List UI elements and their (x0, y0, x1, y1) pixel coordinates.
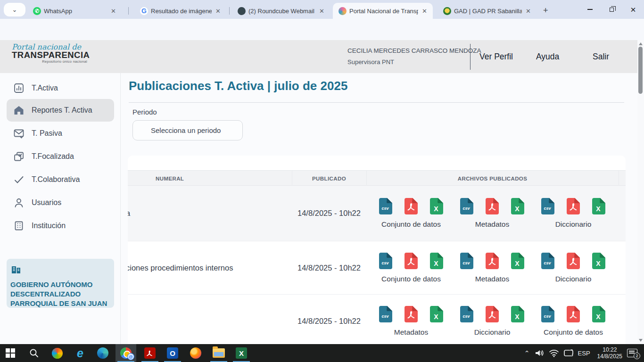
period-label: Periodo (132, 108, 157, 116)
tab-roundcube[interactable]: (2) Roundcube Webmail :: En ✕ (232, 3, 330, 19)
pdf-file-icon[interactable] (567, 198, 580, 214)
publications-table-card: NUMERAL PUBLICADO ARCHIVOS PUBLICADOS a … (128, 156, 626, 344)
sidebar-item-label: Institución (32, 222, 66, 230)
files-cell: Conjunto de datos Metadatos (366, 241, 619, 294)
tab-close-icon[interactable]: ✕ (215, 8, 222, 15)
scroll-up-icon[interactable] (639, 42, 643, 45)
acrobat-icon (144, 347, 156, 359)
sidebar-item-institucion[interactable]: Institución (7, 214, 114, 237)
tab-close-icon[interactable]: ✕ (318, 8, 325, 15)
csv-file-icon[interactable] (541, 198, 554, 214)
taskbar-internet-explorer-button[interactable]: e (70, 344, 91, 362)
pdf-file-icon[interactable] (486, 253, 499, 269)
new-tab-button[interactable]: + (543, 6, 548, 16)
close-button[interactable]: ✕ (622, 0, 644, 19)
taskbar-file-explorer-button[interactable] (208, 344, 229, 362)
sidebar-item-t-activa[interactable]: T.Activa (7, 77, 114, 99)
check-icon (13, 174, 25, 185)
xls-file-icon[interactable] (511, 306, 524, 322)
csv-file-icon[interactable] (460, 253, 473, 269)
taskbar-acrobat-button[interactable] (140, 344, 160, 362)
sidebar-nav: T.Activa Reportes T. Activa T. Pasiva T.… (0, 73, 121, 344)
pnt-logo[interactable]: Portal nacional de TRANSPARENCIA Reposit… (12, 44, 87, 64)
sidebar-item-t-colaborativa[interactable]: T.Colaborativa (7, 168, 114, 191)
sidebar-item-usuarios[interactable]: Usuarios (7, 191, 114, 214)
table-header-row: NUMERAL PUBLICADO ARCHIVOS PUBLICADOS (128, 170, 626, 186)
csv-file-icon[interactable] (541, 306, 554, 322)
tab-google-images[interactable]: G Resultado de imágenes de G ✕ (134, 3, 226, 19)
file-group-label: Metadatos (475, 275, 509, 283)
tray-clock[interactable]: 10:22 14/8/2025 (597, 346, 622, 360)
minimize-button[interactable] (579, 0, 601, 19)
taskbar-chrome-button[interactable]: @ (116, 344, 136, 362)
page-scrollbar[interactable] (637, 40, 644, 344)
taskbar-copilot-button[interactable] (47, 344, 67, 362)
pdf-file-icon[interactable] (405, 253, 418, 269)
tab-close-icon[interactable]: ✕ (110, 8, 117, 15)
sidebar-item-t-pasiva[interactable]: T. Pasiva (7, 122, 114, 145)
tab-portal-transparencia-active[interactable]: Portal Nacional de Transpare ✕ (333, 3, 433, 19)
tray-time: 10:22 (597, 346, 622, 353)
tray-expand-icon[interactable]: ⌃ (524, 349, 530, 357)
pdf-file-icon[interactable] (486, 306, 499, 322)
pdf-file-icon[interactable] (486, 198, 499, 214)
published-cell: 14/8/2025 - 10h22 (292, 295, 366, 344)
institution-card[interactable]: GOBIERNO AUTÓNOMO DESCENTRALIZADO PARROQ… (7, 259, 114, 308)
pdf-file-icon[interactable] (405, 198, 418, 214)
tab-gad-sabanilla[interactable]: GAD | GAD PR Sabanilla | ✕ (438, 3, 537, 19)
pnt-icon (339, 7, 347, 15)
scrollbar-thumb[interactable] (638, 47, 643, 94)
csv-file-icon[interactable] (379, 306, 392, 322)
ayuda-link[interactable]: Ayuda (536, 52, 559, 62)
pdf-file-icon[interactable] (567, 306, 580, 322)
ver-perfil-link[interactable]: Ver Perfil (479, 52, 513, 62)
csv-file-icon[interactable] (379, 198, 392, 214)
xls-file-icon[interactable] (511, 198, 524, 214)
tab-search-button[interactable]: ⌄ (4, 3, 25, 16)
xls-file-icon[interactable] (430, 306, 443, 322)
period-select[interactable]: Selecciona un periodo (132, 120, 243, 140)
cast-display-icon[interactable] (563, 349, 574, 357)
taskbar-outlook-button[interactable]: O (162, 344, 183, 362)
user-name: CECILIA MERCEDES CARRASCO MENDOZA (347, 47, 465, 54)
published-cell: 14/8/2025 - 10h22 (292, 186, 366, 241)
sidebar-item-reportes-t-activa[interactable]: Reportes T. Activa (7, 99, 114, 122)
pdf-file-icon[interactable] (567, 253, 580, 269)
xls-file-icon[interactable] (430, 198, 443, 214)
taskbar-firefox-button[interactable] (185, 344, 206, 362)
xls-file-icon[interactable] (511, 253, 524, 269)
tab-close-icon[interactable]: ✕ (525, 8, 532, 15)
action-center-icon[interactable]: 2 (627, 349, 637, 357)
csv-file-icon[interactable] (541, 253, 554, 269)
file-group-label: Diccionario (555, 220, 592, 229)
file-group: Conjunto de datos (371, 198, 451, 229)
csv-file-icon[interactable] (379, 253, 392, 269)
wifi-icon[interactable] (549, 349, 559, 357)
xls-file-icon[interactable] (592, 306, 605, 322)
scroll-down-icon[interactable] (639, 339, 643, 342)
pdf-file-icon[interactable] (405, 306, 418, 322)
header-divider (470, 44, 471, 70)
xls-file-icon[interactable] (430, 253, 443, 269)
file-group-label: Conjunto de datos (381, 220, 441, 229)
taskbar-excel-button[interactable]: X (231, 344, 252, 362)
building-icon (13, 220, 25, 231)
salir-link[interactable]: Salir (593, 52, 609, 62)
csv-file-icon[interactable] (460, 198, 473, 214)
xls-file-icon[interactable] (592, 198, 605, 214)
xls-file-icon[interactable] (592, 253, 605, 269)
language-indicator[interactable]: ESP (578, 350, 590, 357)
speaker-icon[interactable] (534, 349, 545, 357)
start-button[interactable] (0, 344, 21, 362)
taskbar-search-button[interactable] (24, 344, 44, 362)
csv-file-icon[interactable] (460, 306, 473, 322)
logo-main-text: TRANSPARENCIA (12, 50, 87, 59)
browser-toolbar: ← → ↻ transparencia.dpe.gob.ec/admin/rep… (0, 19, 644, 40)
taskbar-edge-button[interactable] (92, 344, 113, 362)
tab-close-icon[interactable]: ✕ (421, 8, 428, 15)
numeral-cell: ciones procedimientos internos (128, 241, 292, 294)
tab-whatsapp[interactable]: ✆ WhatsApp ✕ (27, 3, 122, 19)
restore-button[interactable] (601, 0, 622, 19)
file-group: Metadatos (452, 253, 532, 283)
sidebar-item-t-focalizada[interactable]: T.Focalizada (7, 145, 114, 168)
